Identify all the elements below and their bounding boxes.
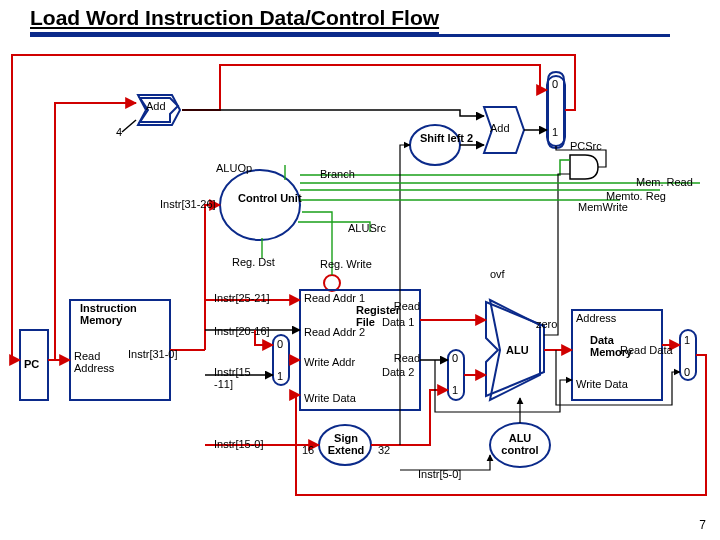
page-number: 7 [699, 518, 706, 532]
se-16-label: 16 [302, 444, 314, 456]
dm-address-label: Address [576, 312, 616, 324]
memread-label: Mem. Read [636, 176, 693, 188]
read-addr1-label: Read Addr 1 [304, 292, 365, 304]
sign-extend-label: Sign Extend [326, 432, 366, 456]
regdst-mux-1: 1 [277, 370, 283, 382]
dm-write-data-label: Write Data [576, 378, 628, 390]
instr-25-21-label: Instr[25-21] [214, 292, 270, 304]
add1-label: Add [146, 100, 166, 112]
write-addr-label: Write Addr [304, 356, 355, 368]
instr-31-0-label: Instr[31-0] [128, 348, 178, 360]
control-unit-label: Control Unit [238, 192, 302, 204]
wire-pcplus4-to-mux0 [182, 65, 547, 110]
im-label: Instruction Memory [80, 302, 160, 326]
instr-5-0-label: Instr[5-0] [418, 468, 461, 480]
read-label-top: Read [380, 300, 420, 312]
shift-left-2 [410, 125, 460, 165]
read-data2b-label: Data 2 [382, 366, 414, 378]
pc-label: PC [24, 358, 39, 370]
read-data2a-label: Read [380, 352, 420, 364]
instr-15-0-label: Instr[15-0] [214, 438, 264, 450]
wire-imm32-to-alusrcmux [371, 390, 448, 445]
alusrc-label: ALUSrc [348, 222, 386, 234]
add2-label: Add [490, 122, 510, 134]
alusrc-mux-1: 1 [452, 384, 458, 396]
ovf-label: ovf [490, 268, 505, 280]
mux-top-0: 0 [552, 78, 558, 90]
regwrite-bubble [324, 275, 340, 291]
mux-top-1: 1 [552, 126, 558, 138]
wire-zero-to-and [544, 174, 570, 335]
memmux-0: 0 [684, 366, 690, 378]
instr-20-16-label: Instr[20-16] [214, 325, 270, 337]
branch-label: Branch [320, 168, 355, 180]
regdst-mux-0: 0 [277, 338, 283, 350]
wire-memmux-to-wrdata [296, 355, 706, 495]
alu-label: ALU [506, 344, 529, 356]
instr-31-26-label: Instr[31-26] [160, 198, 216, 210]
regdst-label: Reg. Dst [232, 256, 275, 268]
alu-control-label: ALU control [498, 432, 542, 456]
memwrite-label: MemWrite [578, 201, 628, 213]
alusrc-mux-0: 0 [452, 352, 458, 364]
instr-15-11-label: Instr[15 -11] [214, 366, 262, 390]
wire-4-to-add1 [122, 120, 136, 132]
datapath-svg [0, 0, 720, 540]
regwrite-label: Reg. Write [320, 258, 372, 270]
aluop-label: ALUOp [216, 162, 252, 174]
and-gate [570, 155, 598, 179]
dm-read-data-label: Read Data [620, 344, 673, 356]
wire-pcplus4-to-add2 [182, 110, 484, 116]
control-unit [220, 170, 300, 240]
zero-label: zero [536, 318, 557, 330]
const-4-label: 4 [116, 126, 122, 138]
se-32-label: 32 [378, 444, 390, 456]
pcsrc-label: PCSrc [570, 140, 602, 152]
read-data1-label: Data 1 [382, 316, 414, 328]
shift-left-2-label: Shift left 2 [420, 132, 473, 144]
memmux-1: 1 [684, 334, 690, 346]
write-data-rf-label: Write Data [304, 392, 356, 404]
read-address-label: Read Address [74, 350, 124, 374]
